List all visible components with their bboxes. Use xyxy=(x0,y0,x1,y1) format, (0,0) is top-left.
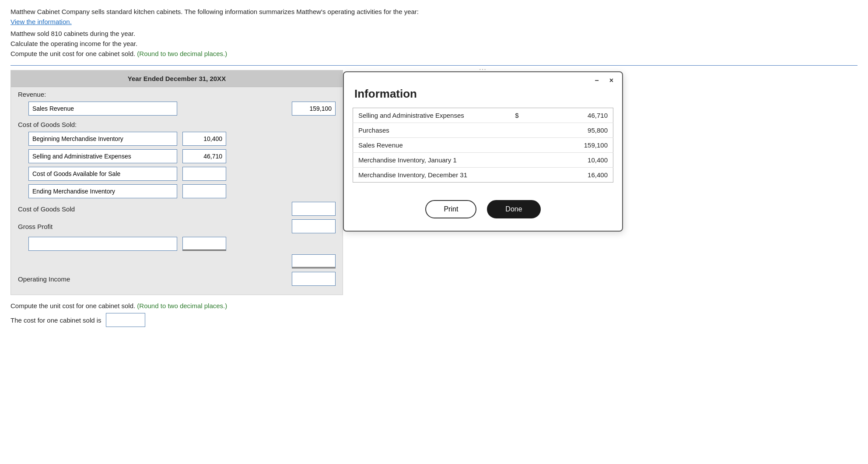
info-table-row: Selling and Administrative Expenses $ 46… xyxy=(353,108,613,123)
intro-text: Matthew Cabinet Company sells standard k… xyxy=(10,8,858,15)
info-row-label: Purchases xyxy=(353,123,509,138)
sales-revenue-input[interactable] xyxy=(28,102,177,116)
gross-profit-amount[interactable] xyxy=(292,219,336,233)
cogs-total-amount[interactable] xyxy=(292,202,336,216)
income-statement-panel: Year Ended December 31, 20XX Revenue: Co… xyxy=(10,70,343,295)
ending-inventory-amount[interactable] xyxy=(182,184,226,198)
compute-section: Compute the unit cost for one cabinet so… xyxy=(10,302,858,327)
info-row-label: Selling and Administrative Expenses xyxy=(353,108,509,123)
info-modal-overlay: ··· − × Information Selling and Administ… xyxy=(343,66,623,232)
sell-admin-amount[interactable] xyxy=(182,149,226,163)
info-modal: − × Information Selling and Administrati… xyxy=(343,71,623,232)
cost-per-unit-input[interactable] xyxy=(106,313,145,327)
instruction-1: Matthew sold 810 cabinets during the yea… xyxy=(10,30,858,37)
info-row-label: Sales Revenue xyxy=(353,138,509,153)
info-row-amount: 10,400 xyxy=(525,153,613,168)
cogs-avail-row xyxy=(11,165,343,183)
info-table-row: Merchandise Inventory, January 1 10,400 xyxy=(353,153,613,168)
modal-title: Information xyxy=(344,85,622,108)
close-button[interactable]: × xyxy=(607,76,616,85)
info-table-row: Sales Revenue 159,100 xyxy=(353,138,613,153)
round-note-1: (Round to two decimal places.) xyxy=(137,50,227,57)
info-row-amount: 159,100 xyxy=(525,138,613,153)
subtotal-row xyxy=(11,253,343,270)
print-button[interactable]: Print xyxy=(425,200,476,218)
sell-admin-label-input[interactable] xyxy=(28,149,177,163)
info-row-dollar xyxy=(509,123,525,138)
info-row-label: Merchandise Inventory, December 31 xyxy=(353,168,509,183)
cost-per-unit-row: The cost for one cabinet sold is xyxy=(10,313,858,327)
main-layout: Year Ended December 31, 20XX Revenue: Co… xyxy=(10,70,858,295)
expense-label-input[interactable] xyxy=(28,237,177,251)
beg-inventory-label-input[interactable] xyxy=(28,132,177,146)
cost-per-unit-label: The cost for one cabinet sold is xyxy=(10,316,102,324)
revenue-section-label: Revenue: xyxy=(11,87,343,100)
operating-income-amount[interactable] xyxy=(292,272,336,286)
view-information-link[interactable]: View the information. xyxy=(10,18,72,25)
ending-inventory-label-input[interactable] xyxy=(28,184,177,198)
subtotal-amount[interactable] xyxy=(292,254,336,268)
done-button[interactable]: Done xyxy=(487,200,540,218)
cogs-avail-amount[interactable] xyxy=(182,167,226,181)
minimize-button[interactable]: − xyxy=(592,76,601,85)
info-row-amount: 95,800 xyxy=(525,123,613,138)
instruction-2: Calculate the operating income for the y… xyxy=(10,40,858,47)
info-table: Selling and Administrative Expenses $ 46… xyxy=(353,108,613,183)
operating-income-row: Operating Income xyxy=(11,270,343,288)
cogs-avail-label-input[interactable] xyxy=(28,167,177,181)
cogs-total-label: Cost of Goods Sold xyxy=(18,205,287,213)
info-row-amount: 46,710 xyxy=(525,108,613,123)
beg-inventory-amount[interactable] xyxy=(182,132,226,146)
expense-amount[interactable] xyxy=(182,237,226,251)
info-row-label: Merchandise Inventory, January 1 xyxy=(353,153,509,168)
info-row-dollar xyxy=(509,168,525,183)
modal-buttons: Print Done xyxy=(344,191,622,231)
operating-income-label: Operating Income xyxy=(18,275,287,283)
sales-revenue-row xyxy=(11,100,343,117)
ending-inventory-row xyxy=(11,183,343,200)
table-header: Year Ended December 31, 20XX xyxy=(11,70,343,87)
info-row-amount: 16,400 xyxy=(525,168,613,183)
info-table-row: Merchandise Inventory, December 31 16,40… xyxy=(353,168,613,183)
gross-profit-row: Gross Profit xyxy=(11,218,343,235)
compute-label: Compute the unit cost for one cabinet so… xyxy=(10,302,858,309)
sell-admin-row xyxy=(11,148,343,165)
sales-revenue-amount[interactable] xyxy=(292,102,336,116)
gross-profit-label: Gross Profit xyxy=(18,223,287,230)
modal-titlebar: − × xyxy=(344,72,622,85)
expense-row xyxy=(11,235,343,253)
round-note-2: (Round to two decimal places.) xyxy=(137,302,227,309)
info-row-dollar xyxy=(509,153,525,168)
beg-inventory-row xyxy=(11,130,343,148)
info-table-row: Purchases 95,800 xyxy=(353,123,613,138)
info-row-dollar xyxy=(509,138,525,153)
cogs-section-label: Cost of Goods Sold: xyxy=(11,117,343,130)
instruction-3: Compute the unit cost for one cabinet so… xyxy=(10,50,858,57)
cogs-total-row: Cost of Goods Sold xyxy=(11,200,343,218)
info-row-dollar: $ xyxy=(509,108,525,123)
